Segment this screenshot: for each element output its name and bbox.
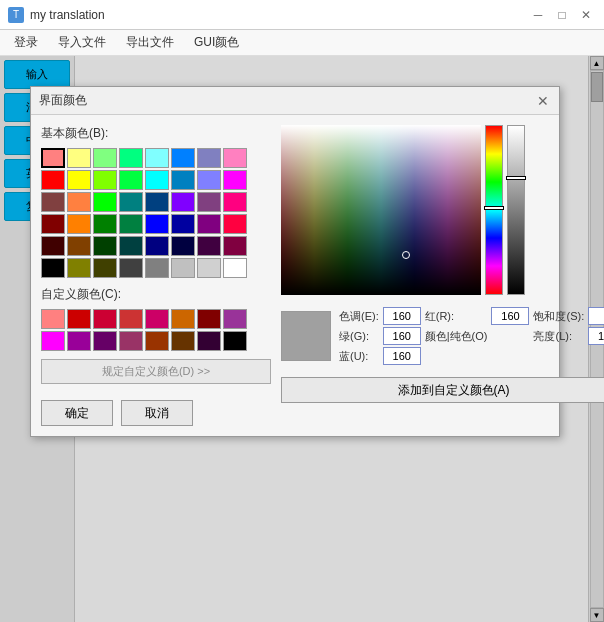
custom-colors-label: 自定义颜色(C): [41,286,271,303]
custom-color-swatch[interactable] [41,331,65,351]
custom-color-swatch[interactable] [197,331,221,351]
basic-color-swatch[interactable] [119,214,143,234]
basic-color-swatch[interactable] [93,192,117,212]
basic-color-swatch[interactable] [119,170,143,190]
dialog-close-button[interactable]: ✕ [535,93,551,109]
green-input[interactable] [383,327,421,345]
color-solid-label: 颜色|纯色(O) [425,329,488,344]
basic-color-swatch[interactable] [171,236,195,256]
basic-color-swatch[interactable] [41,170,65,190]
menu-login[interactable]: 登录 [4,30,48,55]
basic-color-swatch[interactable] [197,170,221,190]
custom-color-swatch[interactable] [119,309,143,329]
menu-import[interactable]: 导入文件 [48,30,116,55]
minimize-button[interactable]: ─ [528,5,548,25]
basic-color-swatch[interactable] [119,236,143,256]
basic-color-swatch[interactable] [197,258,221,278]
basic-color-swatch[interactable] [41,148,65,168]
hue-slider-thumb [484,206,504,210]
basic-color-swatch[interactable] [197,192,221,212]
picker-top [281,125,604,295]
basic-color-swatch[interactable] [171,148,195,168]
picker-bottom: 色调(E): 红(R): 饱和度(S): 绿(G): 颜色|纯色(O) 亮度(L… [281,307,604,365]
basic-color-swatch[interactable] [171,170,195,190]
custom-color-swatch[interactable] [93,309,117,329]
basic-color-swatch[interactable] [223,258,247,278]
basic-color-swatch[interactable] [223,148,247,168]
basic-color-swatch[interactable] [223,236,247,256]
custom-color-swatch[interactable] [93,331,117,351]
swatches-section: 基本颜色(B): 自定义颜色(C): 规定自定义颜色(D) >> 确定 取消 [41,125,271,426]
basic-color-swatch[interactable] [41,236,65,256]
app-content: 输入 清空 中英 英中 复制 ▲ ▼ 界面颜色 ✕ 基本颜色(B): 自定义颜色… [0,56,604,622]
gradient-black-layer [281,125,481,295]
red-input[interactable] [491,307,529,325]
basic-color-swatch[interactable] [145,258,169,278]
brightness-slider-thumb [506,176,526,180]
basic-color-swatch[interactable] [119,258,143,278]
lum-input[interactable] [588,327,604,345]
green-label: 绿(G): [339,329,379,344]
brightness-slider[interactable] [507,125,525,295]
basic-color-swatch[interactable] [93,214,117,234]
custom-color-swatch[interactable] [145,309,169,329]
sat-input[interactable] [588,307,604,325]
basic-color-swatch[interactable] [223,214,247,234]
custom-color-swatch[interactable] [223,331,247,351]
custom-color-swatch[interactable] [119,331,143,351]
basic-color-swatch[interactable] [145,214,169,234]
basic-color-swatch[interactable] [223,192,247,212]
custom-color-swatch[interactable] [67,309,91,329]
menu-gui-color[interactable]: GUI颜色 [184,30,249,55]
basic-color-swatch[interactable] [67,236,91,256]
basic-color-swatch[interactable] [197,148,221,168]
basic-color-swatch[interactable] [93,148,117,168]
basic-color-swatch[interactable] [41,258,65,278]
custom-color-swatch[interactable] [67,331,91,351]
basic-color-swatch[interactable] [41,214,65,234]
basic-color-swatch[interactable] [119,148,143,168]
close-button[interactable]: ✕ [576,5,596,25]
basic-color-swatch[interactable] [67,170,91,190]
basic-color-swatch[interactable] [93,236,117,256]
basic-color-swatch[interactable] [67,214,91,234]
hue-label: 色调(E): [339,309,379,324]
hue-input[interactable] [383,307,421,325]
basic-colors-label: 基本颜色(B): [41,125,271,142]
basic-color-swatch[interactable] [67,148,91,168]
basic-color-swatch[interactable] [171,192,195,212]
basic-color-swatch[interactable] [223,170,247,190]
custom-color-swatch[interactable] [41,309,65,329]
cancel-button[interactable]: 取消 [121,400,193,426]
add-custom-button[interactable]: 添加到自定义颜色(A) [281,377,604,403]
custom-color-swatch[interactable] [197,309,221,329]
basic-color-swatch[interactable] [67,258,91,278]
basic-color-swatch[interactable] [197,236,221,256]
color-gradient-canvas[interactable] [281,125,481,295]
basic-color-swatch[interactable] [93,170,117,190]
custom-color-swatch[interactable] [145,331,169,351]
basic-color-swatch[interactable] [145,236,169,256]
blue-label: 蓝(U): [339,349,379,364]
hue-slider[interactable] [485,125,503,295]
color-values: 色调(E): 红(R): 饱和度(S): 绿(G): 颜色|纯色(O) 亮度(L… [339,307,604,365]
custom-color-swatch[interactable] [223,309,247,329]
blue-input[interactable] [383,347,421,365]
ok-button[interactable]: 确定 [41,400,113,426]
basic-color-swatch[interactable] [197,214,221,234]
maximize-button[interactable]: □ [552,5,572,25]
basic-color-swatch[interactable] [145,170,169,190]
menu-export[interactable]: 导出文件 [116,30,184,55]
basic-color-swatch[interactable] [41,192,65,212]
custom-color-swatch[interactable] [171,331,195,351]
basic-color-swatch[interactable] [119,192,143,212]
basic-color-swatch[interactable] [171,214,195,234]
basic-color-swatch[interactable] [93,258,117,278]
basic-color-swatch[interactable] [145,192,169,212]
basic-color-swatch[interactable] [171,258,195,278]
basic-color-swatch[interactable] [145,148,169,168]
basic-color-swatch[interactable] [67,192,91,212]
dialog-title: 界面颜色 [39,92,87,109]
custom-color-swatch[interactable] [171,309,195,329]
dialog-body: 基本颜色(B): 自定义颜色(C): 规定自定义颜色(D) >> 确定 取消 [31,115,559,436]
